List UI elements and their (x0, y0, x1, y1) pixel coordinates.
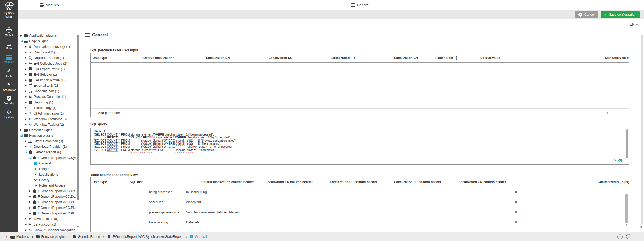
tree-item[interactable]: F.GenericReport.ACC.Syn.. (18, 155, 76, 161)
tree-expander-icon[interactable] (29, 157, 33, 159)
table-row[interactable]: scheduled eingeplant 0 (91, 197, 629, 207)
tree-item[interactable]: Download Provider (1) (18, 144, 76, 150)
tree-item[interactable]: Function plugins (18, 133, 76, 138)
tree-item[interactable]: Generic Report (6) (18, 150, 76, 155)
tree-expander-icon[interactable] (25, 101, 28, 103)
tree-expander-icon[interactable] (25, 57, 28, 59)
tree-expander-icon[interactable] (20, 40, 24, 42)
table-row[interactable]: preview generation fa... Vorschaugenerie… (91, 207, 629, 217)
tree-expander-icon[interactable] (25, 62, 28, 65)
tree-expander-icon[interactable] (25, 146, 28, 148)
help-icon[interactable]: ? (626, 234, 631, 239)
query-scrollbar-thumb[interactable] (626, 129, 628, 158)
tree-item[interactable]: History (18, 177, 76, 183)
tree-item[interactable]: Roles and Access (18, 183, 76, 188)
table-row[interactable]: being processed in Bearbeitung 0 (91, 187, 629, 197)
tree-expander-icon[interactable] (25, 229, 28, 231)
info-icon[interactable]: i (617, 234, 623, 239)
table-row[interactable] (91, 227, 629, 232)
tree-item[interactable]: F.GenericReport.ACC.Pl... (18, 211, 76, 216)
cancel-button[interactable]: ✕ Cancel (575, 11, 598, 18)
tree-expander-icon[interactable] (25, 118, 28, 120)
language-selector[interactable]: EN (628, 21, 640, 28)
tree-scrollbar-thumb[interactable] (77, 35, 79, 200)
query-scroll-down-arrow[interactable] (626, 159, 628, 163)
sidebar-item[interactable]: Tools (0, 66, 18, 80)
tree-item[interactable]: EAI Selector (1) (18, 72, 76, 77)
tree-item[interactable]: Process Controller (1) (18, 94, 76, 100)
tree-expander-icon[interactable] (25, 90, 28, 92)
tree-expander-icon[interactable] (29, 190, 33, 192)
move-down-arrow[interactable]: ↓ (611, 111, 613, 115)
tree-item[interactable]: Page plugins (18, 39, 76, 44)
tree-expander-icon[interactable] (25, 140, 28, 142)
tree-expander-icon[interactable] (25, 124, 28, 126)
table-resize-handle[interactable] (625, 113, 629, 117)
sidebar-item[interactable]: Data (0, 39, 18, 53)
tree-expander-icon[interactable] (20, 134, 24, 137)
tree-expander-icon[interactable] (25, 79, 28, 81)
tree-item[interactable]: Duplicate Search (1) (18, 55, 76, 61)
columns-table-scroll-down-arrow[interactable] (625, 226, 628, 230)
tree-item[interactable]: Terminology (1) (18, 105, 76, 111)
sidebar-item[interactable]: System (0, 107, 18, 121)
info-icon[interactable] (455, 56, 458, 60)
tree-expander-icon[interactable] (25, 218, 28, 220)
breadcrumb-item[interactable]: › Generic Report (66, 235, 100, 239)
tree-item[interactable]: UI Administration (1) (18, 111, 76, 116)
tree-item[interactable]: EAI Collective Jobs (1) (18, 61, 76, 66)
tree-item[interactable]: External Link (11) (18, 83, 76, 88)
tree-item[interactable]: Workflow Statuslist (3) (18, 116, 76, 122)
breadcrumb-item[interactable]: › F.GenericReport.ACC.SynchronizerStateR… (100, 235, 183, 239)
move-up-arrow[interactable]: ↑ (607, 111, 608, 115)
tree-item[interactable]: Application plugins (18, 33, 76, 39)
tab-modules[interactable]: Modules (18, 0, 81, 10)
tree-expander-icon[interactable] (20, 129, 24, 131)
breadcrumb-item[interactable]: › General (183, 235, 207, 239)
tree-item[interactable]: Localizations (18, 172, 76, 177)
sidebar-item[interactable]: Modules (0, 53, 18, 66)
sidebar-item[interactable]: Localization (0, 80, 18, 94)
tree-expander-icon[interactable] (25, 151, 28, 153)
sidebar-item[interactable]: Global (0, 25, 18, 39)
columns-table-scrollbar-thumb[interactable] (625, 194, 628, 223)
tab-general[interactable]: General (81, 0, 639, 10)
tree-expander-icon[interactable] (29, 207, 33, 209)
tree-item[interactable]: Usages (18, 166, 76, 172)
tree-expander-icon[interactable] (25, 84, 28, 87)
sql-query-editor[interactable]: SELECT(SELECT COUNT(*) FROM storage_elem… (90, 128, 629, 165)
tree-item[interactable]: F.GenericReport.ACC.Do... (18, 194, 76, 200)
tree-expander-icon[interactable] (25, 112, 28, 115)
fly-back-home-button[interactable]: Fly back home (0, 2, 18, 18)
breadcrumb-item[interactable]: › Function plugins (29, 235, 66, 239)
tree-expander-icon[interactable] (20, 35, 24, 37)
tree-expander-icon[interactable] (25, 223, 28, 226)
table-row[interactable]: file is missing Datei fehlt 0 (91, 217, 629, 227)
tree-item[interactable]: Shopping cart (1) (18, 88, 76, 94)
tree-item[interactable]: Annotation repository (1) (18, 44, 76, 50)
tree-item[interactable]: EAI Export Profile (1) (18, 66, 76, 72)
grammarly-icon[interactable]: G (618, 159, 622, 162)
tree-item[interactable]: Workflow Tasklist (2) (18, 122, 76, 127)
tree-expander-icon[interactable] (25, 74, 28, 76)
tree-item[interactable]: Content plugins (18, 127, 76, 133)
tree-expander-icon[interactable] (25, 96, 28, 98)
tree-item[interactable]: F.GenericReport.ACC.Us... (18, 188, 76, 194)
main-scrollbar-thumb[interactable] (641, 35, 643, 224)
sidebar-item[interactable]: Security (0, 94, 18, 108)
tree-expander-icon[interactable] (25, 51, 28, 53)
tree-item[interactable]: Reporting (1) (18, 100, 76, 105)
tree-item[interactable]: Java function (8) (18, 216, 76, 222)
tree-expander-icon[interactable] (29, 201, 33, 203)
tree-item[interactable]: EAI Import Profile (1) (18, 77, 76, 83)
add-parameter-button[interactable]: + Add parameter (94, 111, 120, 115)
suggestion-bulb-icon[interactable] (614, 159, 617, 162)
tree-expander-icon[interactable] (25, 107, 28, 109)
tree-expander-icon[interactable] (25, 46, 28, 48)
tree-item[interactable]: Dashboard (1) (18, 50, 76, 55)
tree-expander-icon[interactable] (25, 68, 28, 70)
tree-item[interactable]: Direct Download (3) (18, 138, 76, 144)
tree-item[interactable]: General (18, 160, 76, 166)
tree-item[interactable]: Show in Channel Navigation (1 (18, 227, 76, 232)
tree-item[interactable]: F.GenericReport.ACC.Pl... (18, 205, 76, 211)
